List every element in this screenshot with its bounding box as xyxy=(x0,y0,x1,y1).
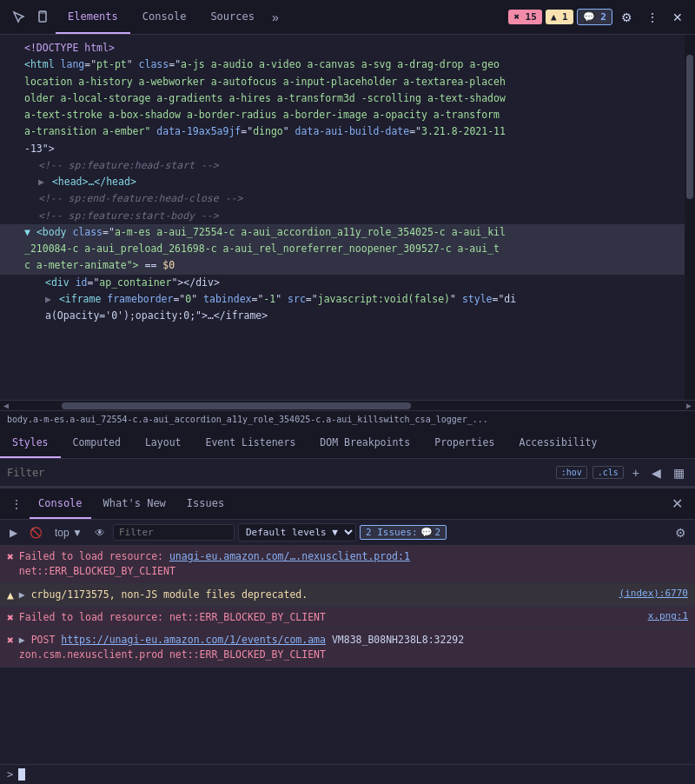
scrollbar-thumb xyxy=(62,402,412,409)
equals-sign: == xyxy=(145,259,157,271)
tab-event-listeners[interactable]: Event Listeners xyxy=(193,428,308,458)
console-messages[interactable]: ✖ Failed to load resource: unagi-eu.amaz… xyxy=(0,546,695,764)
tab-issues[interactable]: Issues xyxy=(178,488,233,519)
error-icon: ✖ xyxy=(7,550,14,563)
html-comment: <!-- sp:feature:head-start --> xyxy=(38,159,219,171)
html-line[interactable]: <!DOCTYPE html> xyxy=(0,40,685,56)
html-line[interactable]: <html lang="pt-pt" class="a-js a-audio a… xyxy=(0,56,685,73)
attr-value: a-js a-audio a-video a-canvas a-svg a-dr… xyxy=(181,58,500,70)
source-link[interactable]: x.png:1 xyxy=(648,610,688,621)
console-message-error-2: ✖ Failed to load resource: net::ERR_BLOC… xyxy=(0,607,695,629)
html-line[interactable]: older a-local-storage a-gradients a-hire… xyxy=(0,90,685,107)
tab-styles[interactable]: Styles xyxy=(0,428,61,458)
html-text: -13"> xyxy=(24,143,55,155)
filter-cls-button[interactable]: .cls xyxy=(592,466,624,479)
filter-arrow-button[interactable]: ◀ xyxy=(648,464,665,482)
html-content[interactable]: <!DOCTYPE html> <html lang="pt-pt" class… xyxy=(0,35,685,400)
more-options-button[interactable]: ⋮ xyxy=(641,7,664,28)
attr-name: data-aui-build-date xyxy=(295,125,410,137)
context-selector[interactable]: top ▼ xyxy=(50,525,87,541)
tab-whats-new[interactable]: What's New xyxy=(95,488,175,519)
vertical-scrollbar[interactable] xyxy=(685,35,695,400)
filter-input[interactable] xyxy=(7,467,556,479)
inspect-element-button[interactable] xyxy=(7,7,31,28)
filter-plus-button[interactable]: + xyxy=(629,464,643,482)
html-line-selected[interactable]: _210084-c a-aui_preload_261698-c a-aui_r… xyxy=(0,241,685,257)
tab-layout[interactable]: Layout xyxy=(133,428,194,458)
issues-badge[interactable]: 2 Issues: 💬 2 xyxy=(360,525,447,540)
resource-link[interactable]: https://unagi-eu.amazon.com/1/events/com… xyxy=(61,634,326,646)
expand-icon[interactable]: ▶ xyxy=(19,634,31,646)
attr-value: pt-pt xyxy=(96,58,127,70)
error-badge[interactable]: ✖ 15 xyxy=(508,10,542,24)
close-button[interactable]: ✕ xyxy=(667,7,688,28)
html-line[interactable]: -13"> xyxy=(0,141,685,157)
html-line[interactable]: a-transition a-ember" data-19ax5a9jf="di… xyxy=(0,123,685,140)
resource-link[interactable]: unagi-eu.amazon.com/….nexusclient.prod:1 xyxy=(169,550,410,562)
svg-rect-1 xyxy=(39,11,46,14)
attr-value: c a-meter-animate"> xyxy=(24,259,139,271)
level-select[interactable]: Default levels ▼ xyxy=(238,523,356,541)
attr-value: older a-local-storage a-gradients a-hire… xyxy=(24,92,506,104)
filter-hov-button[interactable]: :hov xyxy=(556,466,587,479)
tab-console[interactable]: Console xyxy=(30,488,91,519)
console-section: ⋮ Console What's New Issues ✕ ▶ 🚫 top ▼ … xyxy=(0,487,695,784)
attr-name: lang xyxy=(61,58,85,70)
eye-button[interactable]: 👁 xyxy=(90,525,109,541)
html-line[interactable]: ▶ <head>…</head> xyxy=(0,174,685,190)
tab-elements[interactable]: Elements xyxy=(56,0,130,34)
horizontal-scrollbar[interactable]: ◀ ▶ xyxy=(0,400,695,410)
html-line[interactable]: location a-history a-webworker a-autofoc… xyxy=(0,74,685,90)
console-filter-input[interactable] xyxy=(113,524,235,541)
console-prompt: > xyxy=(7,768,13,781)
scroll-right-icon[interactable]: ▶ xyxy=(683,401,695,410)
console-close-button[interactable]: ✕ xyxy=(666,494,688,514)
html-line[interactable]: ▶ <iframe frameborder="0" tabindex="-1" … xyxy=(0,291,685,308)
tab-sources[interactable]: Sources xyxy=(198,0,267,34)
attr-name: tabindex xyxy=(203,293,251,305)
error-icon: ✖ xyxy=(7,611,14,624)
html-line[interactable]: a-text-stroke a-box-shadow a-border-radi… xyxy=(0,107,685,123)
expand-arrow-icon[interactable]: ▶ xyxy=(38,176,44,188)
dollar-text xyxy=(139,259,145,271)
issues-count: 2 xyxy=(435,527,441,538)
chat-badge[interactable]: 💬 2 xyxy=(577,9,612,25)
html-line[interactable]: <!-- sp:feature:head-start --> xyxy=(0,157,685,174)
settings-button[interactable]: ⚙ xyxy=(616,7,638,28)
expand-icon[interactable]: ▶ xyxy=(19,588,31,601)
attr-value: dingo xyxy=(253,125,283,137)
attr-name: src xyxy=(288,293,306,305)
tab-computed[interactable]: Computed xyxy=(61,428,133,458)
html-line[interactable]: <!-- sp:end-feature:head-close --> xyxy=(0,190,685,207)
source-link[interactable]: (index):6770 xyxy=(619,588,688,599)
more-options-icon[interactable]: ⋮ xyxy=(7,494,26,515)
html-comment: <!-- sp:feature:start-body --> xyxy=(38,209,219,222)
html-comment: <!-- sp:end-feature:head-close --> xyxy=(38,192,242,204)
expand-arrow-icon[interactable]: ▶ xyxy=(45,293,51,305)
play-button[interactable]: ▶ xyxy=(5,525,22,541)
console-message-error-3: ✖ ▶ POST https://unagi-eu.amazon.com/1/e… xyxy=(0,629,695,668)
scrollbar-track xyxy=(686,37,693,398)
tab-properties[interactable]: Properties xyxy=(422,428,506,458)
body-tag: ▼ xyxy=(24,226,30,238)
more-tabs-button[interactable]: » xyxy=(267,7,284,28)
tab-accessibility[interactable]: Accessibility xyxy=(506,428,609,458)
console-message-warning-1: ▲ ▶ crbug/1173575, non-JS module files d… xyxy=(0,584,695,607)
attr-value: a-transition a-ember" xyxy=(24,125,156,137)
message-text: Failed to load resource: net::ERR_BLOCKE… xyxy=(19,610,643,625)
html-line[interactable]: a(Opacity='0');opacity:0;">…</iframe> xyxy=(0,308,685,324)
tab-dom-breakpoints[interactable]: DOM Breakpoints xyxy=(308,428,422,458)
attr-value: a-m-es a-aui_72554-c a-aui_accordion_a11… xyxy=(115,226,506,238)
warning-badge[interactable]: ▲ 1 xyxy=(546,10,573,24)
device-toggle-button[interactable] xyxy=(31,7,56,28)
console-settings-button[interactable]: ⚙ xyxy=(672,524,690,541)
html-line[interactable]: <div id="ap_container"></div> xyxy=(0,275,685,291)
block-button[interactable]: 🚫 xyxy=(25,525,47,541)
tab-console[interactable]: Console xyxy=(130,0,199,34)
html-line-selected[interactable]: ▼ <body class="a-m-es a-aui_72554-c a-au… xyxy=(0,224,685,241)
html-line-selected[interactable]: c a-meter-animate"> == $0 xyxy=(0,257,685,274)
dollar-variable: $0 xyxy=(162,259,175,271)
html-line[interactable]: <!-- sp:feature:start-body --> xyxy=(0,208,685,224)
filter-cols-button[interactable]: ▦ xyxy=(670,464,688,482)
scroll-left-icon[interactable]: ◀ xyxy=(0,401,12,410)
